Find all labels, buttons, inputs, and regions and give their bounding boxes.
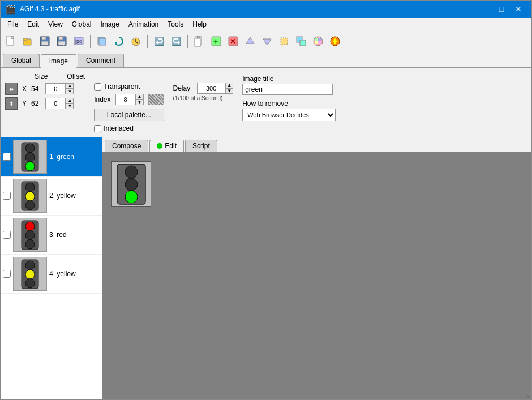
edit-tab-edit[interactable]: Edit — [149, 140, 184, 152]
image-title-how-group: Image title How to remove Do Not Remove … — [242, 72, 336, 121]
size-label: Size — [35, 72, 48, 80]
x-offset-spinner[interactable]: ▲ ▼ — [45, 83, 74, 94]
svg-text:+: + — [213, 37, 218, 46]
toolbar-palette[interactable] — [310, 33, 326, 49]
toolbar-open[interactable] — [20, 33, 36, 49]
svg-point-46 — [25, 201, 35, 210]
frame-item-3[interactable]: 3. red — [1, 216, 102, 255]
transparent-checkbox[interactable] — [94, 83, 101, 91]
frame-4-label: 4. yellow — [49, 270, 76, 278]
delay-unit: (1/100 of a Second) — [173, 95, 234, 101]
image-title-input[interactable] — [242, 84, 333, 95]
frame-2-checkbox[interactable] — [3, 192, 11, 200]
resize-handle[interactable]: ↘ — [525, 393, 530, 398]
menu-help[interactable]: Help — [188, 19, 211, 29]
index-up[interactable]: ▲ — [136, 94, 144, 100]
toolbar-new[interactable] — [3, 33, 19, 49]
y-offset-spinner[interactable]: ▲ ▼ — [45, 98, 74, 109]
frame-item-2[interactable]: 2. yellow — [1, 177, 102, 216]
delay-up[interactable]: ▲ — [225, 83, 233, 88]
menu-global[interactable]: Global — [67, 19, 96, 29]
menu-tools[interactable]: Tools — [163, 19, 188, 29]
toolbar-resize[interactable] — [293, 33, 309, 49]
toolbar-undo[interactable]: ↩️ — [151, 33, 167, 49]
transparent-label: Transparent — [104, 83, 140, 91]
edit-tab-script[interactable]: Script — [185, 140, 217, 152]
maximize-button[interactable]: □ — [493, 2, 510, 16]
canvas-area: ↘ — [102, 152, 531, 399]
frame-3-checkbox[interactable] — [3, 231, 11, 239]
frame-1-checkbox[interactable] — [3, 153, 11, 161]
canvas-frame-image — [111, 161, 151, 207]
size-offset-group: Size Offset ⬌ X 54 ▲ ▼ ⬍ Y 62 — [5, 72, 85, 110]
menu-image[interactable]: Image — [96, 19, 124, 29]
index-input[interactable] — [115, 94, 136, 105]
interlaced-label: Interlaced — [104, 124, 134, 132]
properties-panel: Size Offset ⬌ X 54 ▲ ▼ ⬍ Y 62 — [1, 68, 531, 137]
index-down[interactable]: ▼ — [136, 100, 144, 105]
toolbar-sep-2 — [147, 35, 148, 48]
minimize-button[interactable]: — — [476, 2, 493, 16]
toolbar-sep-3 — [187, 35, 188, 48]
toolbar-move-up[interactable] — [242, 33, 258, 49]
delay-group: Delay ▲ ▼ (1/100 of a Second) — [173, 72, 234, 101]
frame-4-thumb — [13, 257, 47, 291]
toolbar-delete[interactable]: ✕ — [225, 33, 241, 49]
y-offset-down[interactable]: ▼ — [66, 104, 74, 109]
toolbar-export[interactable]: jpg — [71, 33, 87, 49]
frame-4-checkbox[interactable] — [3, 270, 11, 278]
tab-comment[interactable]: Comment — [78, 54, 124, 67]
svg-point-49 — [25, 231, 35, 240]
pattern-preview — [148, 94, 164, 105]
svg-point-48 — [25, 222, 35, 231]
delay-down[interactable]: ▼ — [225, 88, 233, 94]
x-offset-input[interactable] — [45, 83, 66, 94]
svg-point-57 — [125, 178, 138, 191]
tab-image[interactable]: Image — [41, 54, 76, 68]
y-offset-input[interactable] — [45, 98, 66, 109]
menu-file[interactable]: File — [3, 19, 23, 29]
frame-1-label: 1. green — [49, 153, 74, 161]
svg-rect-4 — [23, 38, 27, 40]
menu-view[interactable]: View — [44, 19, 67, 29]
x-offset-down[interactable]: ▼ — [66, 89, 74, 94]
toolbar-save[interactable] — [37, 33, 53, 49]
toolbar-copy-frame[interactable] — [94, 33, 110, 49]
frame-list: 1. green 2. yellow — [1, 137, 102, 399]
svg-point-44 — [25, 183, 35, 192]
toolbar-add[interactable]: + — [208, 33, 224, 49]
index-spinner[interactable]: ▲ ▼ — [115, 94, 144, 105]
x-offset-up[interactable]: ▲ — [66, 83, 74, 89]
toolbar-save-as[interactable]: ! — [54, 33, 70, 49]
close-button[interactable]: ✕ — [510, 2, 527, 16]
menu-edit[interactable]: Edit — [23, 19, 44, 29]
tab-global[interactable]: Global — [3, 54, 40, 67]
toolbar-redo[interactable]: ↪️ — [168, 33, 184, 49]
title-bar-title: AGif 4.3 - traffic.agif — [20, 5, 80, 13]
svg-point-50 — [25, 240, 35, 249]
delay-spinner[interactable]: ▲ ▼ — [197, 83, 233, 94]
svg-rect-7 — [41, 41, 48, 45]
svg-text:✕: ✕ — [230, 37, 237, 46]
toolbar-crop[interactable] — [276, 33, 292, 49]
menu-animation[interactable]: Animation — [124, 19, 163, 29]
toolbar-move-down[interactable] — [259, 33, 275, 49]
toolbar-reload[interactable] — [111, 33, 127, 49]
interlaced-checkbox[interactable] — [94, 125, 101, 132]
svg-point-54 — [25, 279, 35, 288]
toolbar-optimize[interactable] — [327, 33, 343, 49]
frame-2-thumb — [13, 179, 47, 213]
frame-item-1[interactable]: 1. green — [1, 137, 102, 177]
frame-item-4[interactable]: 4. yellow — [1, 255, 102, 294]
delay-label: Delay — [173, 84, 191, 92]
toolbar-paste[interactable] — [191, 33, 207, 49]
edit-area: Compose Edit Script ↘ — [102, 137, 531, 399]
local-palette-button[interactable]: Local palette... — [94, 109, 164, 121]
delay-input[interactable] — [197, 83, 225, 94]
y-offset-up[interactable]: ▲ — [66, 98, 74, 104]
edit-tab-compose[interactable]: Compose — [105, 140, 148, 152]
svg-point-41 — [25, 153, 35, 162]
svg-rect-9 — [59, 37, 63, 40]
toolbar-timer[interactable] — [128, 33, 144, 49]
how-to-remove-select[interactable]: Do Not Remove Web Browser Decides Leave … — [242, 109, 336, 121]
